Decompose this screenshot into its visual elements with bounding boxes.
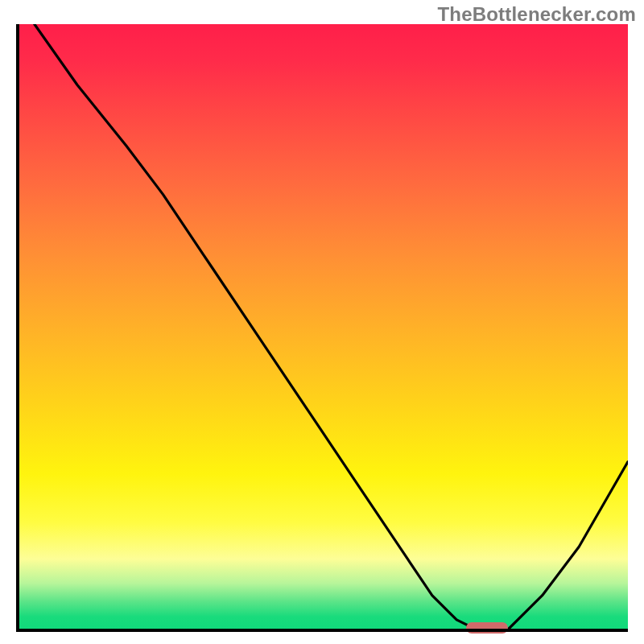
gradient-background bbox=[16, 24, 628, 632]
chart-container: TheBottlenecker.com bbox=[0, 0, 644, 644]
attribution-label: TheBottlenecker.com bbox=[437, 3, 636, 26]
plot-area bbox=[16, 24, 628, 632]
optimal-marker bbox=[466, 622, 508, 634]
